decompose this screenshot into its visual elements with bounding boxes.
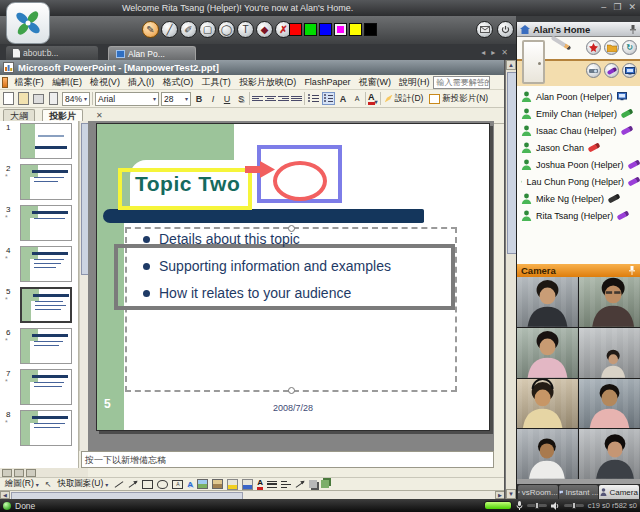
color-swatch-blue[interactable] [319,23,332,36]
camera-feed[interactable] [579,379,640,429]
tab-instant-message[interactable]: Instant ... [559,485,599,499]
menu-format[interactable]: 格式(O) [158,76,197,89]
clipart-button[interactable] [197,479,208,489]
slide-design-button[interactable]: 設計(D) [383,93,426,105]
italic-button[interactable]: I [207,92,219,105]
tab-about-blank[interactable]: about:b... [6,46,98,60]
threed-style-button[interactable] [321,480,329,488]
tab-camera[interactable]: Camera [599,485,639,499]
slide-thumbnail-3[interactable]: 3 * [0,203,78,244]
underline-button[interactable]: U [221,92,233,105]
question-help-input[interactable]: 輸入需要解答的問題 ▾ [433,76,490,89]
copy-button[interactable] [47,92,60,105]
close-icon[interactable]: ✕ [628,2,636,12]
ellipse-tool-button[interactable]: ◯ [218,21,235,38]
slide-thumbnail-4[interactable]: 4 * [0,244,78,285]
picture-button[interactable] [212,479,223,489]
line-style-button[interactable] [267,481,277,488]
mic-volume-slider[interactable] [527,504,547,507]
menu-insert[interactable]: 插入(I) [124,76,159,89]
new-slide-button[interactable]: 新投影片(N) [427,93,490,105]
pin-icon[interactable] [629,25,637,34]
align-left-button[interactable] [252,93,263,104]
camera-feed[interactable] [517,429,578,479]
microphone-icon[interactable] [516,501,523,510]
camera-feed[interactable] [517,328,578,378]
page-scrollbar[interactable]: ▲ ▼ [505,60,516,499]
scroll-down-icon[interactable]: ▼ [506,489,516,499]
participant-row[interactable]: Emily Chan (Helper) [517,105,640,122]
camera-feed[interactable] [517,379,578,429]
participant-row[interactable]: Isaac Chau (Helper) [517,122,640,139]
draw-menu-button[interactable]: 繪圖(R) ▾ [3,478,41,490]
shadow-button[interactable]: S [235,92,247,105]
document-restore-icon[interactable] [2,77,8,88]
menu-help[interactable]: 說明(H) [395,76,434,89]
tab-forward-icon[interactable]: ▸ [491,48,495,57]
oval-shape-button[interactable] [157,480,168,489]
align-right-button[interactable] [278,93,289,104]
line-color-button[interactable] [242,479,253,490]
slide-canvas[interactable]: Topic Two Details about this topic [96,123,490,431]
slide-thumbnail-6[interactable]: 6 * [0,326,78,367]
tab-alan-powerpoint[interactable]: Alan Po... [108,46,196,60]
projector-button[interactable] [586,63,601,78]
scroll-right-icon[interactable]: ▶ [495,491,505,499]
arrow-shape-button[interactable] [129,481,138,488]
menu-flashpaper[interactable]: FlashPaper [300,77,354,87]
font-color-button[interactable]: A [257,479,263,490]
zoom-combo[interactable]: 84% ▾ [62,92,90,106]
font-name-combo[interactable]: Arial ▾ [95,92,159,106]
participant-row[interactable]: Joshua Poon (Helper) [517,156,640,173]
color-swatch-green[interactable] [304,23,317,36]
text-tool-button[interactable]: T [237,21,254,38]
wordart-button[interactable]: A [187,480,193,489]
tab-close-icon[interactable]: ✕ [501,48,508,57]
line-shape-button[interactable] [115,481,124,488]
slide-thumbnail-2[interactable]: 2 * [0,162,78,203]
camera-feed[interactable] [579,429,640,479]
alert-button[interactable] [586,40,601,55]
menu-file[interactable]: 檔案(F) [10,76,48,89]
mail-button[interactable] [476,21,493,38]
scroll-up-icon[interactable]: ▲ [506,60,516,70]
power-button[interactable] [497,21,514,38]
open-button[interactable] [17,92,30,105]
print-button[interactable] [32,92,45,105]
color-swatch-magenta[interactable] [334,23,347,36]
numbering-button[interactable] [307,92,320,105]
camera-feed[interactable] [579,277,640,327]
font-color-button[interactable]: A▾ [368,93,378,105]
camera-feed[interactable] [579,328,640,378]
speaker-icon[interactable] [551,502,560,510]
slide-thumbnail-5-selected[interactable]: 5 * [0,285,78,326]
rectangle-shape-button[interactable] [142,480,153,489]
refresh-button[interactable]: ↻ [622,40,637,55]
color-swatch-black[interactable] [364,23,377,36]
participant-row[interactable]: Mike Ng (Helper) [517,190,640,207]
slide-sorter-view-button[interactable] [14,469,24,477]
tab-vsroom[interactable]: vsRoom... [518,485,558,499]
select-pointer-icon[interactable]: ↖ [45,480,52,489]
pen-tool-button[interactable]: ✐ [180,21,197,38]
rectangle-tool-button[interactable]: ▢ [199,21,216,38]
line-tool-button[interactable]: ╱ [161,21,178,38]
fill-color-button[interactable] [227,479,238,490]
maximize-icon[interactable]: ❐ [613,2,621,12]
menu-tools[interactable]: 工具(T) [197,76,235,89]
pane-close-icon[interactable]: ✕ [96,111,103,120]
textbox-button[interactable]: A [172,480,183,489]
color-swatch-red[interactable] [289,23,302,36]
arrow-style-button[interactable] [296,481,305,488]
pen-mode-button[interactable] [604,63,619,78]
menu-edit[interactable]: 編輯(E) [48,76,86,89]
slide-thumbnail-7[interactable]: 7 * [0,367,78,408]
pin-icon[interactable] [628,266,636,275]
dash-style-button[interactable] [281,481,291,488]
scroll-left-icon[interactable]: ◀ [0,491,10,499]
participant-row[interactable]: Jason Chan [517,139,640,156]
slideshow-view-button[interactable] [26,469,36,477]
normal-view-button[interactable] [2,469,12,477]
speaker-volume-slider[interactable] [564,504,584,507]
menu-window[interactable]: 視窗(W) [354,76,395,89]
